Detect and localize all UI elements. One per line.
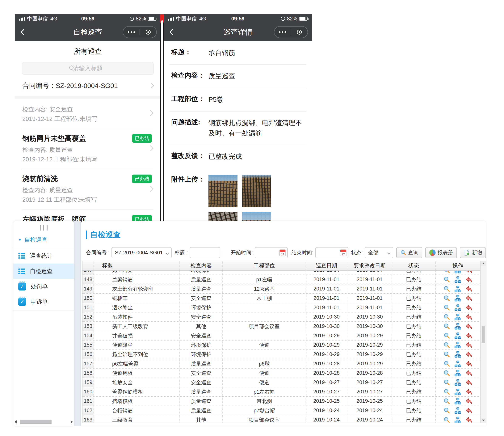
workflow-icon[interactable]	[454, 304, 461, 311]
return-icon[interactable]	[465, 360, 472, 367]
return-icon[interactable]	[465, 379, 472, 386]
return-icon[interactable]	[465, 342, 472, 349]
scroll-left-icon[interactable]	[15, 420, 17, 423]
view-icon[interactable]	[443, 407, 450, 414]
more-icon[interactable]	[123, 31, 140, 33]
workflow-icon[interactable]	[454, 360, 461, 367]
sidebar-tree-root[interactable]: ▼ 自检巡查	[13, 230, 74, 248]
workflow-icon[interactable]	[454, 295, 461, 302]
view-icon[interactable]	[443, 351, 450, 358]
view-icon[interactable]	[443, 398, 450, 405]
table-row[interactable]: 156 扬尘治理不到位 环境保护 2019-10-29 2019-10-29 已…	[82, 350, 480, 359]
table-row[interactable]: 158 便道钢板 安全巡查 便道 2019-10-28 2019-10-28 已…	[82, 369, 480, 378]
table-row[interactable]: 163 三级教育 其他 项目部会议室 2019-10-24 2019-10-24…	[82, 415, 480, 423]
attachment-photo[interactable]	[242, 175, 271, 207]
sidebar-item[interactable]: ✓ 处罚单	[13, 279, 74, 294]
calendar-icon[interactable]: 17	[340, 249, 346, 256]
title-filter-input[interactable]	[190, 247, 220, 258]
workflow-icon[interactable]	[454, 285, 461, 292]
return-icon[interactable]	[465, 389, 472, 395]
view-icon[interactable]	[443, 332, 450, 339]
workflow-icon[interactable]	[454, 276, 461, 283]
view-icon[interactable]	[443, 295, 450, 302]
return-icon[interactable]	[465, 285, 472, 292]
return-icon[interactable]	[465, 271, 472, 274]
toolbar-button[interactable]: 新增	[460, 247, 486, 258]
table-row[interactable]: 147 扬尘污梁 环境保护 2019-11-04 2019-11-04 已办结	[82, 271, 480, 275]
return-icon[interactable]	[465, 407, 472, 414]
list-item[interactable]: 检查内容: 安全巡查 2019-12-12 工程部位:未填写	[15, 99, 161, 129]
view-icon[interactable]	[443, 271, 450, 274]
workflow-icon[interactable]	[454, 417, 461, 423]
search-input[interactable]	[22, 62, 154, 75]
table-row[interactable]: 155 便道降尘 环境保护 便道 2019-10-29 2019-10-29 已…	[82, 341, 480, 350]
scroll-right-icon[interactable]	[71, 420, 73, 423]
return-icon[interactable]	[465, 304, 472, 311]
scrollbar-thumb[interactable]	[482, 326, 485, 343]
workflow-icon[interactable]	[454, 342, 461, 349]
workflow-icon[interactable]	[454, 332, 461, 339]
scroll-down-icon[interactable]	[481, 418, 486, 423]
sidebar-item[interactable]: ✓ 巡查统计	[13, 248, 74, 263]
contract-row[interactable]: 合同编号： SZ-2019-0004-SG01	[15, 75, 161, 96]
return-icon[interactable]	[465, 351, 472, 358]
workflow-icon[interactable]	[454, 323, 461, 330]
contract-select[interactable]: SZ-2019-0004-SG01	[111, 247, 172, 258]
view-icon[interactable]	[443, 314, 450, 320]
return-icon[interactable]	[465, 370, 472, 377]
workflow-icon[interactable]	[454, 370, 461, 377]
table-row[interactable]: 154 井盖破损 安全巡查 2019-10-29 2019-10-29 已办结	[82, 331, 480, 341]
table-row[interactable]: 148 盖梁钢筋 质量巡查 p1左幅 2019-11-01 2019-11-01…	[82, 275, 480, 284]
table-row[interactable]: 153 新工人三级教育 其他 项目部会议室 2019-10-30 2019-10…	[82, 322, 480, 331]
workflow-icon[interactable]	[454, 351, 461, 358]
return-icon[interactable]	[465, 276, 472, 283]
workflow-icon[interactable]	[454, 271, 461, 274]
table-row[interactable]: 161 挡墙模板 质量巡查 河北侧 2019-10-25 2019-10-25 …	[82, 397, 480, 406]
view-icon[interactable]	[443, 360, 450, 367]
chevron-down-icon	[387, 251, 391, 254]
view-icon[interactable]	[443, 417, 450, 423]
close-icon[interactable]	[291, 30, 307, 35]
workflow-icon[interactable]	[454, 398, 461, 405]
view-icon[interactable]	[443, 379, 450, 386]
view-icon[interactable]	[443, 276, 450, 283]
workflow-icon[interactable]	[454, 379, 461, 386]
table-row[interactable]: 162 台帽钢筋 质量巡查 p7墩台帽 2019-10-24 2019-10-2…	[82, 406, 480, 415]
table-row[interactable]: 157 p6左幅盖梁 质量巡查 p6墩 2019-10-28 2019-10-2…	[82, 359, 480, 369]
table-row[interactable]: 159 堆放安全 安全巡查 便道 2019-10-27 2019-10-27 已…	[82, 378, 480, 387]
view-icon[interactable]	[443, 370, 450, 377]
status-select[interactable]: 全部	[365, 247, 393, 258]
view-icon[interactable]	[443, 342, 450, 349]
table-row[interactable]: 152 吊装扣件 安全巡查 2019-10-30 2019-10-30 已办结	[82, 312, 480, 322]
return-icon[interactable]	[465, 398, 472, 405]
toolbar-button[interactable]: 查询	[396, 247, 422, 258]
workflow-icon[interactable]	[454, 314, 461, 320]
return-icon[interactable]	[465, 295, 472, 302]
list-item[interactable]: 钢筋网片未垫高覆盖 已办结 检查内容: 质量巡查 2019-12-12 工程部位…	[15, 129, 161, 169]
workflow-icon[interactable]	[454, 389, 461, 395]
view-icon[interactable]	[443, 323, 450, 330]
table-row[interactable]: 149 灰土部分有轮迹印 质量巡查 12%路基 2019-11-01 2019-…	[82, 284, 480, 294]
return-icon[interactable]	[465, 332, 472, 339]
scroll-up-icon[interactable]	[481, 261, 486, 266]
calendar-icon[interactable]: 17	[279, 249, 286, 256]
more-icon[interactable]	[274, 31, 291, 33]
scrollbar-thumb[interactable]	[20, 420, 52, 424]
drag-handle-icon[interactable]	[13, 221, 74, 230]
close-icon[interactable]	[140, 30, 156, 35]
sidebar-item[interactable]: ✓ 申诉单	[13, 294, 74, 309]
return-icon[interactable]	[465, 314, 472, 320]
workflow-icon[interactable]	[454, 407, 461, 414]
table-row[interactable]: 160 盖梁钢筋模板 质量巡查 p1左右幅 2019-10-27 2019-10…	[82, 387, 480, 397]
return-icon[interactable]	[465, 417, 472, 423]
attachment-photo[interactable]	[208, 175, 237, 207]
toolbar-button[interactable]: 报表册	[425, 247, 457, 258]
list-item[interactable]: 浇筑前清洗 已办结 检查内容: 质量巡查 2019-12-11 工程部位:未填写	[15, 169, 161, 209]
view-icon[interactable]	[443, 285, 450, 292]
return-icon[interactable]	[465, 323, 472, 330]
table-row[interactable]: 150 锯板车 安全巡查 木工棚 2019-11-01 2019-11-01 已…	[82, 294, 480, 303]
view-icon[interactable]	[443, 389, 450, 395]
view-icon[interactable]	[443, 304, 450, 311]
sidebar-item[interactable]: ✓ 自检巡查	[13, 263, 74, 279]
table-row[interactable]: 151 洒水降尘 环境保护 2019-11-01 2019-11-01 已办结	[82, 303, 480, 312]
